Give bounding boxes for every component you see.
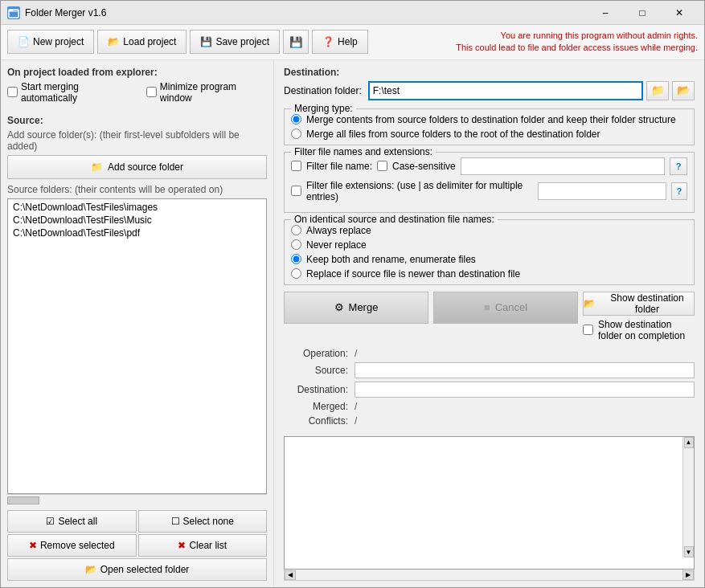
buttons-row-2: ✖ Remove selected ✖ Clear list [7, 534, 267, 557]
merge-option-1-label: Merge contents from source folders to de… [306, 114, 676, 125]
merge-icon: ⚙ [334, 301, 344, 313]
new-project-button[interactable]: 📄 New project [7, 30, 94, 54]
destination-label: Destination: [284, 67, 695, 78]
select-all-icon: ☑ [46, 516, 55, 527]
replace-newer-radio[interactable] [291, 268, 301, 279]
folder-list-inner: C:\NetDownload\TestFiles\images C:\NetDo… [8, 199, 266, 241]
select-none-icon: ☐ [171, 516, 180, 527]
load-project-icon: 📂 [108, 36, 120, 47]
filter-name-label: Filter file name: [306, 161, 372, 172]
merge-option-2-row: Merge all files from source folders to t… [291, 129, 687, 140]
cancel-button[interactable]: ■ Cancel [433, 292, 578, 324]
filter-name-checkbox[interactable] [291, 161, 301, 171]
window-title: Folder Merger v1.6 [25, 7, 587, 18]
always-replace-label: Always replace [306, 225, 371, 236]
list-item[interactable]: C:\NetDownload\TestFiles\images [10, 201, 264, 214]
always-replace-radio[interactable] [291, 225, 301, 235]
cancel-icon: ■ [484, 301, 490, 313]
conflicts-label: Conflicts: [284, 415, 348, 427]
add-source-icon: 📁 [91, 161, 103, 173]
main-content: On project loaded from explorer: Start m… [1, 60, 704, 587]
close-button[interactable]: ✕ [661, 1, 698, 25]
show-dest-completion-checkbox[interactable] [583, 325, 593, 335]
project-section-label: On project loaded from explorer: [7, 67, 267, 78]
merge-auto-checkbox[interactable] [7, 87, 18, 97]
dest-progress-input [355, 382, 695, 398]
source-progress-input [355, 362, 695, 378]
folder-list[interactable]: C:\NetDownload\TestFiles\images C:\NetDo… [7, 198, 267, 494]
select-none-button[interactable]: ☐ Select none [138, 510, 268, 533]
show-destination-button[interactable]: 📂 Show destination folder [583, 292, 695, 316]
filter-section: Filter file names and extensions: Filter… [284, 152, 695, 213]
never-replace-row: Never replace [291, 239, 687, 251]
filter-ext-row: Filter file extensions: (use | as delimi… [291, 180, 687, 202]
identical-section: On identical source and destination file… [284, 219, 695, 285]
help-icon: ❓ [322, 36, 334, 47]
right-panel: Destination: Destination folder: 📁 📂 Mer… [274, 60, 704, 587]
remove-selected-button[interactable]: ✖ Remove selected [7, 534, 137, 557]
operation-row: Operation: / [284, 348, 695, 359]
maximize-button[interactable]: □ [624, 1, 661, 25]
filter-ext-checkbox[interactable] [291, 186, 301, 196]
minimize-option: Minimize program window [146, 81, 267, 104]
floppy-icon: 💾 [289, 36, 303, 48]
operation-label: Operation: [284, 348, 348, 359]
merge-button[interactable]: ⚙ Merge [284, 292, 428, 324]
conflicts-row: Conflicts: / [284, 415, 695, 427]
list-item[interactable]: C:\NetDownload\TestFiles\pdf [10, 227, 264, 239]
filter-ext-help-button[interactable]: ? [671, 182, 687, 200]
log-area[interactable]: ▲ ▼ [284, 436, 695, 570]
window-controls: – □ ✕ [587, 1, 698, 25]
dest-folder-label: Destination folder: [284, 85, 362, 96]
merge-auto-label: Start merging automatically [21, 81, 133, 104]
open-selected-folder-button[interactable]: 📂 Open selected folder [7, 558, 267, 581]
filter-ext-input[interactable] [538, 182, 666, 200]
dest-progress-label: Destination: [284, 384, 348, 395]
keep-both-row: Keep both and rename, enumerate files [291, 254, 687, 265]
browse-dest-button[interactable]: 📁 [646, 81, 669, 100]
select-all-button[interactable]: ☑ Select all [7, 510, 137, 533]
case-sensitive-checkbox[interactable] [377, 161, 387, 171]
merged-row: Merged: / [284, 401, 695, 412]
minimize-label: Minimize program window [160, 81, 267, 104]
keep-both-radio[interactable] [291, 254, 301, 264]
destination-folder-input[interactable] [368, 81, 643, 100]
list-item[interactable]: C:\NetDownload\TestFiles\Music [10, 214, 264, 227]
merge-option-2-label: Merge all files from source folders to t… [306, 129, 600, 140]
save-project-button[interactable]: 💾 Save project [190, 30, 280, 54]
warning-message: You are running this program without adm… [456, 30, 698, 55]
load-project-button[interactable]: 📂 Load project [97, 30, 186, 54]
add-source-folder-button[interactable]: 📁 Add source folder [7, 155, 267, 179]
merge-controls: ⚙ Merge ■ Cancel 📂 Show destination fold… [284, 292, 695, 341]
open-icon: 📂 [677, 84, 691, 96]
never-replace-radio[interactable] [291, 239, 301, 250]
left-panel: On project loaded from explorer: Start m… [1, 60, 274, 587]
extra-icon-button[interactable]: 💾 [283, 30, 309, 54]
options-row: Start merging automatically Minimize pro… [7, 81, 267, 104]
destination-row: Destination folder: 📁 📂 [284, 81, 695, 100]
filter-name-help-button[interactable]: ? [670, 157, 687, 175]
merge-option-1-radio[interactable] [291, 114, 301, 125]
source-section-label: Source: [7, 115, 267, 126]
minimize-button[interactable]: – [587, 1, 624, 25]
browse-icon: 📁 [651, 84, 665, 96]
clear-list-button[interactable]: ✖ Clear list [138, 534, 268, 557]
show-dest-on-completion: Show destination folder on completion [583, 319, 695, 341]
open-dest-button[interactable]: 📂 [672, 81, 695, 100]
merging-type-label: Merging type: [291, 103, 356, 114]
buttons-row-1: ☑ Select all ☐ Select none [7, 510, 267, 533]
main-window: Folder Merger v1.6 – □ ✕ 📄 New project 📂… [0, 0, 705, 588]
log-hscrollbar[interactable]: ◀ ▶ [284, 570, 695, 581]
identical-label: On identical source and destination file… [291, 214, 498, 225]
operation-value: / [355, 348, 357, 359]
conflicts-value: / [355, 415, 357, 427]
filter-ext-label: Filter file extensions: (use | as delimi… [306, 180, 533, 202]
help-button[interactable]: ❓ Help [312, 30, 368, 54]
minimize-checkbox[interactable] [146, 87, 157, 97]
filter-name-row: Filter file name: Case-sensitive ? [291, 157, 687, 175]
show-dest-completion-label: Show destination folder on completion [598, 319, 695, 341]
filter-name-input[interactable] [461, 157, 665, 175]
horizontal-scrollbar[interactable] [7, 494, 267, 505]
add-source-hint: Add source folder(s): (their first-level… [7, 129, 267, 152]
merge-option-2-radio[interactable] [291, 129, 301, 139]
